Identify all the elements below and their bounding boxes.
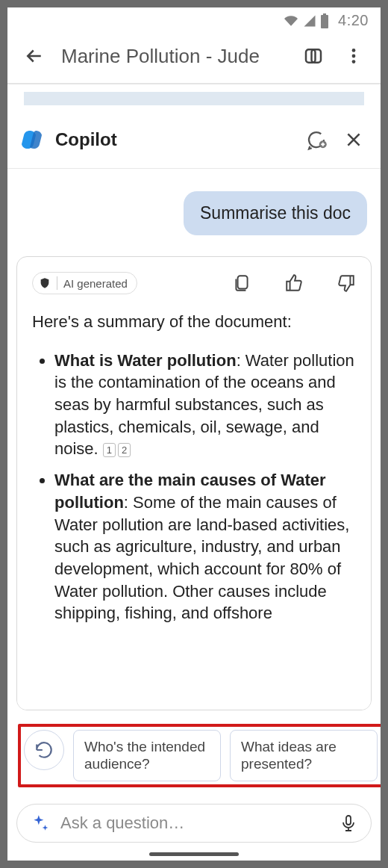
close-button[interactable]: [340, 126, 367, 153]
cell-signal-icon: [302, 14, 317, 28]
microphone-icon[interactable]: [340, 814, 357, 832]
refresh-suggestions-button[interactable]: [24, 730, 64, 770]
ai-badge-label: AI generated: [63, 277, 128, 290]
svg-rect-8: [238, 276, 248, 288]
copilot-response-card: AI generated Here's a summary of the doc…: [16, 256, 372, 710]
document-title: Marine Pollution - Jude: [61, 45, 287, 68]
svg-point-5: [352, 55, 356, 58]
svg-rect-1: [323, 13, 326, 15]
suggestion-chip-ideas[interactable]: What ideas are presented?: [230, 730, 378, 782]
svg-point-6: [352, 60, 356, 63]
chat-input-bar[interactable]: Ask a question…: [16, 804, 372, 843]
divider: [7, 83, 381, 84]
copilot-title: Copilot: [55, 129, 292, 150]
new-chat-button[interactable]: [303, 126, 330, 153]
android-status-bar: 4:20: [7, 7, 381, 31]
copilot-panel-header: Copilot: [7, 105, 381, 168]
svg-point-4: [352, 49, 356, 52]
suggestion-chip-audience[interactable]: Who's the intended audience?: [73, 730, 221, 782]
response-body: Here's a summary of the document: What i…: [32, 311, 356, 633]
shield-icon: [39, 277, 51, 289]
clock: 4:20: [338, 12, 369, 29]
svg-rect-9: [346, 816, 351, 825]
chat-input-placeholder: Ask a question…: [60, 813, 329, 833]
document-preview-strip: [24, 92, 364, 105]
copilot-logo-icon: [21, 128, 45, 152]
citation-ref[interactable]: 2: [118, 443, 131, 458]
android-home-handle[interactable]: [149, 852, 239, 856]
sparkle-icon: [31, 813, 50, 833]
thumbs-down-icon[interactable]: [337, 273, 356, 293]
wifi-icon: [283, 14, 299, 28]
ai-generated-badge[interactable]: AI generated: [32, 272, 137, 294]
svg-rect-0: [321, 15, 328, 28]
copilot-nav-icon[interactable]: [300, 43, 327, 69]
list-item: What are the main causes of Water pollut…: [54, 469, 356, 624]
back-button[interactable]: [21, 43, 48, 69]
user-message-bubble: Summarise this doc: [184, 191, 367, 235]
thumbs-up-icon[interactable]: [284, 273, 304, 293]
response-intro: Here's a summary of the document:: [32, 311, 356, 333]
suggestions-highlight: Who's the intended audience? What ideas …: [18, 724, 381, 788]
app-nav-bar: Marine Pollution - Jude: [7, 31, 381, 83]
copy-icon[interactable]: [232, 273, 251, 293]
citation-ref[interactable]: 1: [103, 443, 116, 458]
list-item: What is Water pollution: Water pollution…: [54, 350, 356, 460]
battery-icon: [320, 13, 329, 28]
overflow-menu-button[interactable]: [340, 43, 367, 69]
